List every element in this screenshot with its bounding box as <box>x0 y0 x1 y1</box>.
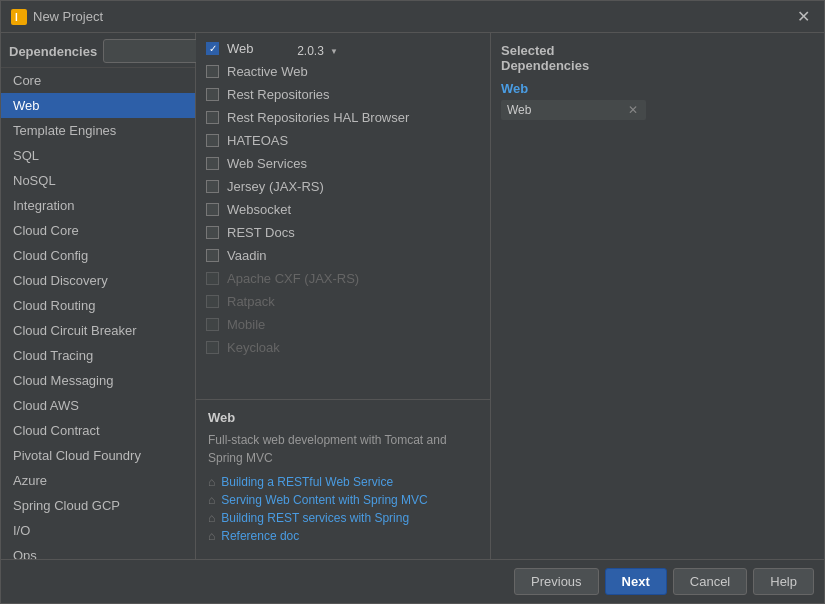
dep-checkbox-keycloak <box>206 341 219 354</box>
category-item-cloud-tracing[interactable]: Cloud Tracing <box>1 343 195 368</box>
deps-label: Dependencies <box>9 44 97 59</box>
category-item-cloud-contract[interactable]: Cloud Contract <box>1 418 195 443</box>
dep-checkbox-hateoas <box>206 134 219 147</box>
dep-label-rest-docs: REST Docs <box>227 225 295 240</box>
footer: Previous Next Cancel Help <box>1 559 824 603</box>
dep-checkbox-rest-repositories <box>206 88 219 101</box>
info-link-label: Building REST services with Spring <box>221 511 409 525</box>
selected-dep-item-0: Web✕ <box>501 100 646 120</box>
info-link-1[interactable]: ⌂Serving Web Content with Spring MVC <box>208 493 478 507</box>
category-item-io[interactable]: I/O <box>1 518 195 543</box>
info-links: ⌂Building a RESTful Web Service⌂Serving … <box>208 475 478 543</box>
dep-label-ratpack: Ratpack <box>227 294 275 309</box>
category-item-cloud-routing[interactable]: Cloud Routing <box>1 293 195 318</box>
info-link-label: Reference doc <box>221 529 299 543</box>
dep-checkbox-web: ✓ <box>206 42 219 55</box>
dep-label-keycloak: Keycloak <box>227 340 280 355</box>
dep-label-web-services: Web Services <box>227 156 307 171</box>
new-project-dialog: I New Project ✕ Dependencies Spring Boot… <box>0 0 825 604</box>
info-box: Web Full-stack web development with Tomc… <box>196 399 490 559</box>
dep-item-reactive-web[interactable]: Reactive Web <box>196 60 490 83</box>
info-link-label: Serving Web Content with Spring MVC <box>221 493 428 507</box>
remove-dep-button[interactable]: ✕ <box>626 103 640 117</box>
dep-label-websocket: Websocket <box>227 202 291 217</box>
dep-checkbox-vaadin <box>206 249 219 262</box>
dep-label-web: Web <box>227 41 254 56</box>
left-header: Dependencies Spring Boot 2.0.32.0.21.5.1… <box>1 33 195 68</box>
dep-checkbox-web-services <box>206 157 219 170</box>
middle-panel: ✓WebReactive WebRest RepositoriesRest Re… <box>196 33 491 559</box>
title-bar: I New Project ✕ <box>1 1 824 33</box>
info-link-2[interactable]: ⌂Building REST services with Spring <box>208 511 478 525</box>
previous-button[interactable]: Previous <box>514 568 599 595</box>
dep-item-mobile[interactable]: Mobile <box>196 313 490 336</box>
category-item-azure[interactable]: Azure <box>1 468 195 493</box>
category-item-spring-cloud-gcp[interactable]: Spring Cloud GCP <box>1 493 195 518</box>
dep-item-vaadin[interactable]: Vaadin <box>196 244 490 267</box>
category-item-integration[interactable]: Integration <box>1 193 195 218</box>
category-item-cloud-circuit-breaker[interactable]: Cloud Circuit Breaker <box>1 318 195 343</box>
info-desc: Full-stack web development with Tomcat a… <box>208 431 478 467</box>
category-item-nosql[interactable]: NoSQL <box>1 168 195 193</box>
house-icon: ⌂ <box>208 529 215 543</box>
house-icon: ⌂ <box>208 511 215 525</box>
svg-text:I: I <box>15 12 18 23</box>
selected-category-label: Web <box>501 81 646 96</box>
category-item-sql[interactable]: SQL <box>1 143 195 168</box>
dep-checkbox-websocket <box>206 203 219 216</box>
category-list: CoreWebTemplate EnginesSQLNoSQLIntegrati… <box>1 68 195 559</box>
dep-item-web-services[interactable]: Web Services <box>196 152 490 175</box>
dep-label-rest-repositories: Rest Repositories <box>227 87 330 102</box>
dep-item-rest-repositories-hal[interactable]: Rest Repositories HAL Browser <box>196 106 490 129</box>
left-panel: Dependencies Spring Boot 2.0.32.0.21.5.1… <box>1 33 196 559</box>
dep-label-apache-cxf: Apache CXF (JAX-RS) <box>227 271 359 286</box>
category-item-cloud-core[interactable]: Cloud Core <box>1 218 195 243</box>
selected-deps-content: WebWeb✕ <box>501 81 646 123</box>
info-title: Web <box>208 410 478 425</box>
dep-checkbox-ratpack <box>206 295 219 308</box>
dep-item-websocket[interactable]: Websocket <box>196 198 490 221</box>
next-button[interactable]: Next <box>605 568 667 595</box>
content-area: Dependencies Spring Boot 2.0.32.0.21.5.1… <box>1 33 824 559</box>
dep-list: ✓WebReactive WebRest RepositoriesRest Re… <box>196 33 490 399</box>
selected-dep-name: Web <box>507 103 531 117</box>
category-item-cloud-discovery[interactable]: Cloud Discovery <box>1 268 195 293</box>
category-item-pivotal-cloud-foundry[interactable]: Pivotal Cloud Foundry <box>1 443 195 468</box>
dep-label-jersey: Jersey (JAX-RS) <box>227 179 324 194</box>
category-item-core[interactable]: Core <box>1 68 195 93</box>
dep-label-rest-repositories-hal: Rest Repositories HAL Browser <box>227 110 409 125</box>
close-button[interactable]: ✕ <box>793 7 814 26</box>
cancel-button[interactable]: Cancel <box>673 568 747 595</box>
dep-label-reactive-web: Reactive Web <box>227 64 308 79</box>
info-link-label: Building a RESTful Web Service <box>221 475 393 489</box>
dep-checkbox-mobile <box>206 318 219 331</box>
category-item-template-engines[interactable]: Template Engines <box>1 118 195 143</box>
info-link-3[interactable]: ⌂Reference doc <box>208 529 478 543</box>
dep-checkbox-reactive-web <box>206 65 219 78</box>
house-icon: ⌂ <box>208 475 215 489</box>
dep-checkbox-rest-docs <box>206 226 219 239</box>
dep-label-mobile: Mobile <box>227 317 265 332</box>
dep-item-rest-repositories[interactable]: Rest Repositories <box>196 83 490 106</box>
dep-label-vaadin: Vaadin <box>227 248 267 263</box>
category-item-ops[interactable]: Ops <box>1 543 195 559</box>
category-item-web[interactable]: Web <box>1 93 195 118</box>
category-item-cloud-aws[interactable]: Cloud AWS <box>1 393 195 418</box>
right-panel: Selected Dependencies WebWeb✕ <box>491 33 656 559</box>
category-item-cloud-config[interactable]: Cloud Config <box>1 243 195 268</box>
house-icon: ⌂ <box>208 493 215 507</box>
dep-checkbox-jersey <box>206 180 219 193</box>
category-item-cloud-messaging[interactable]: Cloud Messaging <box>1 368 195 393</box>
info-link-0[interactable]: ⌂Building a RESTful Web Service <box>208 475 478 489</box>
dep-item-hateoas[interactable]: HATEOAS <box>196 129 490 152</box>
dep-item-apache-cxf[interactable]: Apache CXF (JAX-RS) <box>196 267 490 290</box>
dep-label-hateoas: HATEOAS <box>227 133 288 148</box>
idea-icon: I <box>11 9 27 25</box>
dep-item-rest-docs[interactable]: REST Docs <box>196 221 490 244</box>
dep-item-ratpack[interactable]: Ratpack <box>196 290 490 313</box>
dep-item-jersey[interactable]: Jersey (JAX-RS) <box>196 175 490 198</box>
dep-item-keycloak[interactable]: Keycloak <box>196 336 490 359</box>
dep-checkbox-apache-cxf <box>206 272 219 285</box>
dep-checkbox-rest-repositories-hal <box>206 111 219 124</box>
help-button[interactable]: Help <box>753 568 814 595</box>
